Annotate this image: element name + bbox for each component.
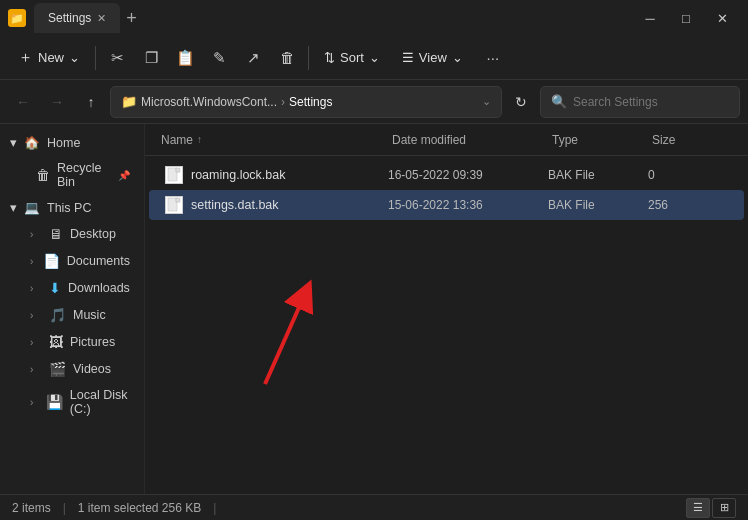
- up-button[interactable]: ↑: [76, 87, 106, 117]
- new-label: New: [38, 50, 64, 65]
- tab-bar: Settings ✕ +: [34, 3, 632, 33]
- sidebar-item-videos[interactable]: › 🎬 Videos: [4, 356, 140, 382]
- app-icon: 📁: [8, 9, 26, 27]
- tab-label: Settings: [48, 11, 91, 25]
- home-label: Home: [47, 136, 80, 150]
- sort-icon: ⇅: [324, 50, 335, 65]
- status-bar: 2 items | 1 item selected 256 KB | ☰ ⊞: [0, 494, 748, 520]
- view-button[interactable]: ☰ View ⌄: [392, 42, 473, 74]
- sort-button[interactable]: ⇅ Sort ⌄: [314, 42, 390, 74]
- list-view-button[interactable]: ☰: [686, 498, 710, 518]
- recycle-bin-icon: 🗑: [36, 167, 50, 183]
- col-name-header[interactable]: Name ↑: [161, 133, 392, 147]
- file-icon: [165, 196, 183, 214]
- this-pc-icon: 💻: [24, 200, 40, 215]
- tab-close-button[interactable]: ✕: [97, 12, 106, 25]
- cut-button[interactable]: ✂: [101, 42, 133, 74]
- folder-icon: 📁: [121, 94, 137, 109]
- chevron-icon: ›: [30, 310, 42, 321]
- expand-icon: ▾: [10, 135, 17, 150]
- col-type-header[interactable]: Type: [552, 133, 652, 147]
- sort-chevron-icon: ⌄: [369, 50, 380, 65]
- item-count: 2 items: [12, 501, 51, 515]
- title-bar: 📁 Settings ✕ + ─ □ ✕: [0, 0, 748, 36]
- share-icon: ↗: [247, 49, 260, 67]
- file-list-header: Name ↑ Date modified Type Size: [145, 124, 748, 156]
- file-area-wrapper: Name ↑ Date modified Type Size: [145, 124, 748, 494]
- address-dropdown-icon[interactable]: ⌄: [482, 95, 491, 108]
- cut-icon: ✂: [111, 49, 124, 67]
- chevron-icon: ›: [30, 364, 42, 375]
- maximize-button[interactable]: □: [668, 0, 704, 36]
- col-size-label: Size: [652, 133, 675, 147]
- desktop-icon: 🖥: [49, 226, 63, 242]
- paste-icon: 📋: [176, 49, 195, 67]
- file-icon: [165, 166, 183, 184]
- home-icon: 🏠: [24, 135, 40, 150]
- file-area: Name ↑ Date modified Type Size: [145, 124, 748, 494]
- forward-button[interactable]: →: [42, 87, 72, 117]
- col-type-label: Type: [552, 133, 578, 147]
- new-tab-button[interactable]: +: [126, 9, 137, 27]
- refresh-button[interactable]: ↻: [506, 87, 536, 117]
- settings-tab[interactable]: Settings ✕: [34, 3, 120, 33]
- col-date-label: Date modified: [392, 133, 466, 147]
- new-button[interactable]: ＋ New ⌄: [8, 42, 90, 74]
- view-buttons: ☰ ⊞: [686, 498, 736, 518]
- selected-info: 1 item selected 256 KB: [78, 501, 201, 515]
- path-prefix: Microsoft.WindowsCont...: [141, 95, 277, 109]
- view-icon: ☰: [402, 50, 414, 65]
- window-controls: ─ □ ✕: [632, 0, 740, 36]
- copy-icon: ❐: [145, 49, 158, 67]
- sidebar-item-music[interactable]: › 🎵 Music: [4, 302, 140, 328]
- pictures-icon: 🖼: [49, 334, 63, 350]
- svg-rect-0: [168, 168, 177, 181]
- sidebar-item-recycle-bin[interactable]: 🗑 Recycle Bin 📌: [4, 156, 140, 194]
- path-chevron-icon: ›: [281, 95, 285, 109]
- col-name-label: Name: [161, 133, 193, 147]
- search-input[interactable]: [573, 95, 729, 109]
- recycle-bin-label: Recycle Bin: [57, 161, 111, 189]
- status-separator: |: [63, 501, 66, 515]
- sidebar-item-documents[interactable]: › 📄 Documents: [4, 248, 140, 274]
- music-label: Music: [73, 308, 106, 322]
- close-button[interactable]: ✕: [704, 0, 740, 36]
- chevron-icon: ›: [30, 229, 42, 240]
- copy-button[interactable]: ❐: [135, 42, 167, 74]
- view-chevron-icon: ⌄: [452, 50, 463, 65]
- chevron-icon: ›: [30, 256, 36, 267]
- col-date-header[interactable]: Date modified: [392, 133, 552, 147]
- sidebar-item-pictures[interactable]: › 🖼 Pictures: [4, 329, 140, 355]
- expand-icon: ▾: [10, 200, 17, 215]
- file-list: roaming.lock.bak 16-05-2022 09:39 BAK Fi…: [145, 156, 748, 494]
- col-size-header[interactable]: Size: [652, 133, 732, 147]
- videos-icon: 🎬: [49, 361, 66, 377]
- more-button[interactable]: ···: [477, 42, 509, 74]
- minimize-button[interactable]: ─: [632, 0, 668, 36]
- sidebar-item-local-disk[interactable]: › 💾 Local Disk (C:): [4, 383, 140, 421]
- table-row[interactable]: settings.dat.bak 15-06-2022 13:36 BAK Fi…: [149, 190, 744, 220]
- share-button[interactable]: ↗: [237, 42, 269, 74]
- table-row[interactable]: roaming.lock.bak 16-05-2022 09:39 BAK Fi…: [149, 160, 744, 190]
- delete-button[interactable]: 🗑: [271, 42, 303, 74]
- address-bar[interactable]: 📁 Microsoft.WindowsCont... › Settings ⌄: [110, 86, 502, 118]
- rename-button[interactable]: ✎: [203, 42, 235, 74]
- sidebar-item-downloads[interactable]: › ⬇ Downloads: [4, 275, 140, 301]
- paste-button[interactable]: 📋: [169, 42, 201, 74]
- search-box[interactable]: 🔍: [540, 86, 740, 118]
- file-size: 0: [648, 168, 728, 182]
- address-bar-row: ← → ↑ 📁 Microsoft.WindowsCont... › Setti…: [0, 80, 748, 124]
- sidebar-item-home[interactable]: ▾ 🏠 Home: [0, 130, 144, 155]
- sidebar-item-this-pc[interactable]: ▾ 💻 This PC: [0, 195, 144, 220]
- back-button[interactable]: ←: [8, 87, 38, 117]
- path-current: Settings: [289, 95, 332, 109]
- delete-icon: 🗑: [280, 49, 295, 66]
- grid-view-button[interactable]: ⊞: [712, 498, 736, 518]
- svg-rect-2: [176, 168, 180, 172]
- sidebar-item-desktop[interactable]: › 🖥 Desktop: [4, 221, 140, 247]
- new-icon: ＋: [18, 48, 33, 67]
- pictures-label: Pictures: [70, 335, 115, 349]
- file-type: BAK File: [548, 168, 648, 182]
- this-pc-label: This PC: [47, 201, 91, 215]
- documents-icon: 📄: [43, 253, 60, 269]
